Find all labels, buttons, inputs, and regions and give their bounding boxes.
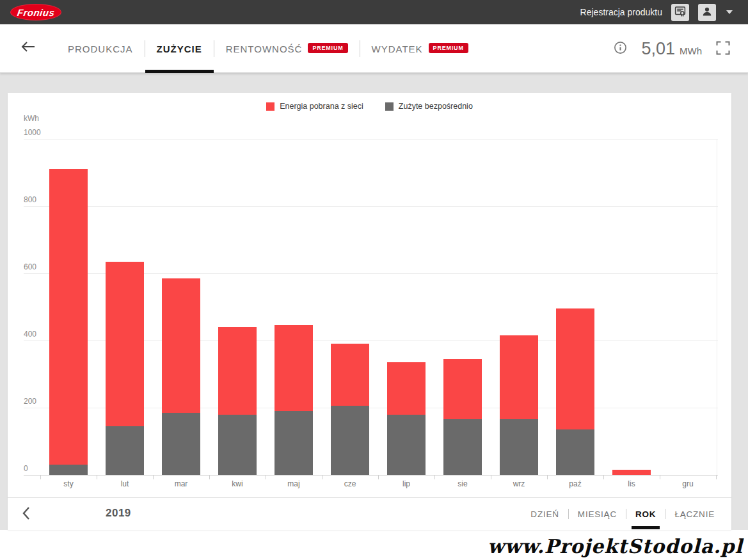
total-unit: MWh — [680, 45, 702, 56]
gridline-800 — [24, 206, 718, 207]
x-axis-label-wrz: wrz — [491, 479, 547, 488]
bar-cze[interactable] — [331, 344, 369, 475]
user-account-button[interactable] — [698, 4, 716, 21]
bar-segment-grid-energy — [443, 359, 482, 420]
x-axis-label-lut: lut — [97, 479, 153, 488]
bar-segment-grid-energy — [556, 308, 594, 429]
bar-segment-grid-energy — [612, 470, 651, 475]
arrow-left-icon — [20, 45, 36, 54]
x-axis-tick — [209, 476, 210, 479]
x-axis-label-paź: paź — [547, 479, 603, 488]
tab-rentownosc[interactable]: RENTOWNOŚĆPREMIUM — [214, 24, 360, 73]
x-axis-label-mar: mar — [153, 479, 209, 488]
bar-maj[interactable] — [275, 325, 313, 475]
product-registration-link[interactable]: Rejestracja produktu — [580, 7, 662, 17]
previous-period-button[interactable] — [22, 506, 31, 522]
bar-paź[interactable] — [556, 308, 594, 475]
y-tick-label: 600 — [24, 262, 36, 271]
plot-right-edge — [717, 139, 717, 475]
bar-segment-grid-energy — [275, 325, 313, 411]
bar-mar[interactable] — [162, 278, 200, 475]
back-button[interactable] — [20, 41, 36, 54]
certificate-icon — [674, 6, 686, 19]
tab-wydatek[interactable]: WYDATEKPREMIUM — [360, 24, 480, 73]
y-tick-label: 800 — [24, 195, 36, 204]
premium-badge: PREMIUM — [308, 43, 347, 53]
y-tick-label: 0 — [24, 464, 28, 473]
tab-label: ZUŻYCIE — [157, 44, 202, 54]
period-tabs: DZIEŃMIESIĄCROKŁĄCZNIE — [521, 498, 724, 530]
period-tab-rok[interactable]: ROK — [626, 498, 665, 530]
bar-segment-grid-energy — [331, 344, 369, 406]
user-icon — [701, 6, 713, 19]
chevron-left-icon — [22, 513, 31, 522]
bar-lut[interactable] — [106, 262, 144, 475]
period-tab-miesiac[interactable]: MIESIĄC — [569, 498, 626, 530]
y-tick-label: 200 — [24, 397, 36, 406]
navbar-right: 5,01 MWh — [614, 24, 730, 73]
y-tick-label: 1000 — [24, 128, 41, 137]
info-button[interactable] — [614, 41, 627, 56]
bar-segment-direct-use — [387, 415, 426, 476]
bar-segment-grid-energy — [49, 169, 88, 465]
bar-lip[interactable] — [387, 362, 426, 475]
x-axis-tick — [491, 476, 491, 479]
fullscreen-icon — [716, 41, 730, 57]
total-consumption: 5,01 MWh — [641, 39, 702, 59]
x-axis-label-gru: gru — [660, 479, 716, 488]
bar-lis[interactable] — [612, 470, 651, 475]
bar-segment-direct-use — [275, 411, 313, 475]
chart-plot-area: 10008006004002000stylutmarkwimajczelipsi… — [8, 93, 731, 530]
fronius-logo[interactable]: Fronius — [10, 4, 61, 20]
x-axis-tick — [716, 476, 717, 479]
tab-zuzycie[interactable]: ZUŻYCIE — [145, 24, 214, 73]
bar-wrz[interactable] — [500, 335, 538, 475]
x-axis-label-lis: lis — [603, 479, 660, 488]
x-axis-label-cze: cze — [322, 479, 378, 488]
tab-produkcja[interactable]: PRODUKCJA — [56, 24, 145, 73]
x-axis-tick — [547, 476, 548, 479]
total-value: 5,01 — [641, 39, 675, 59]
period-tab-lacznie[interactable]: ŁĄCZNIE — [665, 498, 724, 530]
bar-segment-grid-energy — [106, 262, 144, 426]
premium-badge: PREMIUM — [429, 43, 468, 53]
bar-segment-direct-use — [218, 415, 257, 476]
bar-segment-direct-use — [443, 419, 482, 475]
period-tab-dzien[interactable]: DZIEŃ — [521, 498, 568, 530]
bar-segment-grid-energy — [218, 327, 257, 415]
x-axis-tick — [660, 476, 660, 479]
gridline-0 — [24, 475, 718, 476]
bar-sie[interactable] — [443, 359, 482, 475]
bar-segment-grid-energy — [387, 362, 426, 414]
watermark: www.ProjektStodola.pl — [488, 535, 743, 557]
x-axis-tick — [266, 476, 266, 479]
x-axis-tick — [322, 476, 322, 479]
x-axis-tick — [153, 476, 154, 479]
x-axis-tick — [97, 476, 97, 479]
tab-label: RENTOWNOŚĆ — [226, 44, 303, 54]
x-axis-label-kwi: kwi — [209, 479, 266, 488]
bar-segment-direct-use — [106, 426, 144, 475]
gridline-1000 — [24, 139, 718, 140]
bar-kwi[interactable] — [218, 327, 257, 475]
bar-segment-direct-use — [500, 419, 538, 475]
x-axis-tick — [603, 476, 604, 479]
view-navbar: PRODUKCJAZUŻYCIERENTOWNOŚĆPREMIUMWYDATEK… — [0, 24, 748, 73]
bar-segment-direct-use — [556, 429, 594, 475]
fullscreen-button[interactable] — [716, 41, 730, 57]
product-registration-button[interactable] — [671, 4, 689, 21]
chevron-down-icon[interactable] — [726, 10, 733, 14]
bar-segment-direct-use — [162, 413, 200, 475]
top-app-bar: Fronius Rejestracja produktu — [0, 0, 748, 24]
x-axis-label-sie: sie — [434, 479, 491, 488]
tab-label: WYDATEK — [372, 44, 423, 54]
y-tick-label: 400 — [24, 330, 36, 339]
x-axis-tick — [40, 476, 41, 479]
x-axis-label-sty: sty — [40, 479, 97, 488]
selected-year-label: 2019 — [106, 507, 131, 520]
view-tabs: PRODUKCJAZUŻYCIERENTOWNOŚĆPREMIUMWYDATEK… — [56, 24, 480, 73]
chart-panel: Energia pobrana z sieciZużyte bezpośredn… — [8, 93, 731, 530]
time-navigation-bar: 2019 DZIEŃMIESIĄCROKŁĄCZNIE — [8, 498, 731, 530]
x-axis-label-maj: maj — [266, 479, 322, 488]
bar-sty[interactable] — [49, 169, 88, 475]
